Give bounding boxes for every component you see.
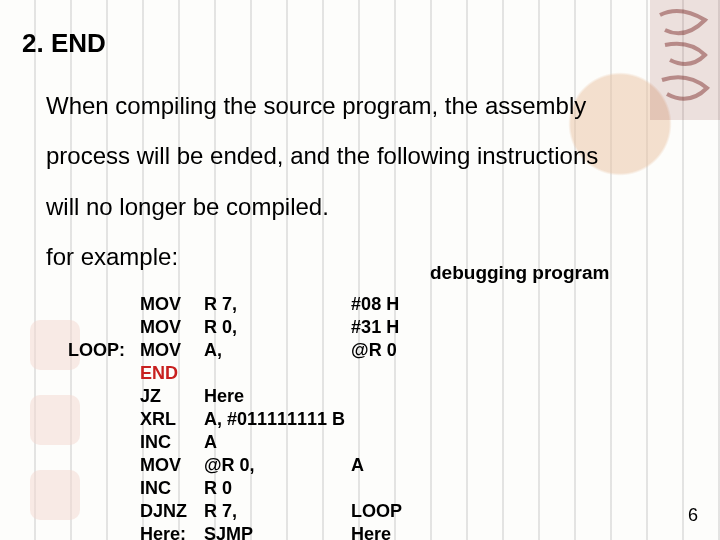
code-arg1: Here — [204, 385, 351, 408]
code-row: INCA — [68, 431, 441, 454]
code-op: DJNZ — [140, 500, 204, 523]
code-arg2: Here — [351, 523, 441, 540]
code-arg2 — [351, 385, 441, 408]
code-row: JZHere — [68, 385, 441, 408]
code-op: Here: — [140, 523, 204, 540]
code-op: MOV — [140, 454, 204, 477]
code-arg1: A — [204, 431, 351, 454]
description-paragraph: When compiling the source program, the a… — [22, 81, 698, 283]
code-op: INC — [140, 477, 204, 500]
code-row: INCR 0 — [68, 477, 441, 500]
code-label: LOOP: — [68, 339, 140, 362]
code-arg2 — [351, 408, 441, 431]
page-number: 6 — [688, 505, 698, 526]
code-row: MOVR 0,#31 H — [68, 316, 441, 339]
annotation-debugging: debugging program — [430, 262, 609, 284]
para-line-2: process will be ended, and the following… — [46, 131, 698, 181]
code-arg1: @R 0, — [204, 454, 351, 477]
code-label — [68, 385, 140, 408]
code-row: END — [68, 362, 441, 385]
code-label — [68, 454, 140, 477]
code-arg2 — [351, 431, 441, 454]
code-row: XRLA, #011111111 B — [68, 408, 441, 431]
code-arg2: #31 H — [351, 316, 441, 339]
code-arg1: SJMP — [204, 523, 351, 540]
code-arg1: A, — [204, 339, 351, 362]
code-op: MOV — [140, 316, 204, 339]
code-op: MOV — [140, 293, 204, 316]
code-row: MOV@R 0,A — [68, 454, 441, 477]
code-label — [68, 408, 140, 431]
code-arg1: R 0 — [204, 477, 351, 500]
code-table: MOVR 7,#08 HMOVR 0,#31 HLOOP:MOVA,@R 0EN… — [68, 293, 441, 540]
code-arg2: #08 H — [351, 293, 441, 316]
code-label — [68, 500, 140, 523]
code-row: DJNZR 7,LOOP — [68, 500, 441, 523]
code-arg2: LOOP — [351, 500, 441, 523]
code-arg2 — [351, 477, 441, 500]
code-arg1: A, #011111111 B — [204, 408, 351, 431]
code-label — [68, 293, 140, 316]
code-arg2: A — [351, 454, 441, 477]
code-arg2 — [351, 362, 441, 385]
code-arg1: R 0, — [204, 316, 351, 339]
code-op: MOV — [140, 339, 204, 362]
code-arg1 — [204, 362, 351, 385]
code-block: MOVR 7,#08 HMOVR 0,#31 HLOOP:MOVA,@R 0EN… — [68, 293, 698, 540]
code-label — [68, 316, 140, 339]
section-heading: 2. END — [22, 28, 698, 59]
code-label — [68, 362, 140, 385]
code-row: Here:SJMPHere — [68, 523, 441, 540]
code-label — [68, 477, 140, 500]
para-line-1: When compiling the source program, the a… — [46, 92, 586, 119]
code-arg2: @R 0 — [351, 339, 441, 362]
code-label — [68, 431, 140, 454]
code-op: XRL — [140, 408, 204, 431]
code-arg1: R 7, — [204, 293, 351, 316]
code-op-end: END — [140, 362, 204, 385]
code-op: JZ — [140, 385, 204, 408]
para-line-3: will no longer be compiled. — [46, 182, 698, 232]
code-row: LOOP:MOVA,@R 0 — [68, 339, 441, 362]
code-op: INC — [140, 431, 204, 454]
code-arg1: R 7, — [204, 500, 351, 523]
code-row: MOVR 7,#08 H — [68, 293, 441, 316]
code-label — [68, 523, 140, 540]
